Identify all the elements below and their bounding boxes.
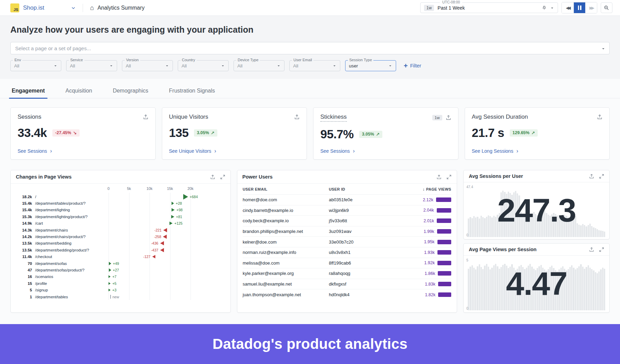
expand-icon[interactable]: [446, 174, 452, 180]
export-icon[interactable]: [589, 174, 594, 179]
kpi-link-label: See Sessions: [320, 148, 350, 154]
pv-path: /profile: [35, 281, 47, 286]
page-search-input[interactable]: [10, 42, 610, 54]
column-header-user-id[interactable]: USER ID: [329, 187, 396, 191]
pv-path: /cart: [35, 221, 43, 225]
pu-views: 1.83k: [425, 282, 435, 287]
power-user-row[interactable]: samuel.liu@example.net dkflxgxsf 1.83k: [243, 279, 452, 290]
page-views-row[interactable]: 15 /profile +5: [16, 280, 226, 287]
pv-delta-marker: -437: [151, 248, 164, 252]
filter-session-type[interactable]: Session Type user: [345, 60, 396, 71]
page-views-row[interactable]: 1 /department/tables new: [16, 293, 226, 300]
pu-email: homer@doe.com: [243, 197, 329, 202]
page-views-row[interactable]: 15.4k /department/tables/product/? +28: [16, 200, 226, 206]
pu-email: samuel.liu@example.net: [243, 281, 329, 287]
column-header-user-email[interactable]: USER EMAIL: [243, 187, 329, 191]
page-views-row[interactable]: 11.4k /checkout -127: [16, 254, 226, 260]
page-views-row[interactable]: 5 /signup +3: [16, 287, 226, 293]
export-icon[interactable]: [210, 174, 215, 180]
export-icon[interactable]: [446, 115, 451, 120]
page-views-row[interactable]: 13.5k /department/bedding/product/? -437: [16, 247, 226, 253]
column-header-page-views[interactable]: ↓ PAGE VIEWS: [396, 187, 451, 192]
pu-views-bar: [437, 240, 451, 244]
page-views-row[interactable]: 16 /scenarios +7: [16, 274, 226, 280]
time-range-chevron-down-icon[interactable]: [550, 6, 554, 10]
delta-label: +49: [113, 261, 119, 266]
filter-device-type[interactable]: Device Type All: [234, 60, 285, 71]
search-chevron-down-icon[interactable]: [601, 46, 606, 51]
filter-country[interactable]: Country All: [178, 60, 229, 71]
fast-forward-button[interactable]: ▶▶: [585, 2, 597, 13]
chevron-down-icon: [277, 64, 281, 68]
expand-icon[interactable]: [599, 247, 604, 252]
export-icon[interactable]: [143, 114, 148, 120]
pause-button[interactable]: [574, 2, 585, 13]
filter-label: Country: [180, 58, 197, 62]
delta-label: +28: [176, 201, 182, 205]
delta-label: new: [113, 295, 119, 299]
filter-service[interactable]: Service All: [66, 60, 117, 71]
export-icon[interactable]: [597, 114, 602, 120]
kpi-link[interactable]: See Unique Visitors ›: [169, 148, 300, 154]
expand-icon[interactable]: [220, 174, 225, 180]
export-icon[interactable]: [436, 174, 442, 180]
delta-arrow-icon: [169, 222, 173, 225]
power-user-row[interactable]: kelner@doe.com 33e00b7c20 1.95k: [243, 237, 452, 247]
power-user-row[interactable]: juan.thompson@example.net hd0nqldk4 1.82…: [243, 289, 452, 300]
filter-user-email[interactable]: User Email All: [289, 60, 340, 71]
filter-env[interactable]: Env All: [10, 60, 61, 71]
pv-path: /department/lighting/product/?: [35, 215, 87, 219]
kpi-delta-badge: 129.65% ↗: [510, 129, 538, 137]
delta-label: -221: [154, 228, 162, 232]
power-user-row[interactable]: melissa@doe.com 8ff199cab6 1.92k: [243, 258, 452, 269]
rewind-button[interactable]: ◀◀: [562, 2, 574, 13]
filter-label: Service: [69, 58, 84, 62]
pv-delta-marker: +98: [172, 208, 183, 212]
kpi-link[interactable]: See Sessions ›: [18, 148, 148, 154]
power-user-row[interactable]: cody.beck@example.io j5v33o6tt 2.01k: [243, 216, 452, 226]
page-views-row[interactable]: 14.2k /department/chairs/product/? -258: [16, 233, 226, 240]
tab-demographics[interactable]: Demographics: [112, 84, 149, 98]
page-views-row[interactable]: 13.5k /department/bedding -436: [16, 240, 226, 247]
add-filter-button[interactable]: + Filter: [404, 62, 421, 69]
page-views-row[interactable]: 14.9k /cart +125: [16, 220, 226, 227]
power-user-row[interactable]: norman.ruiz@example.info u8v3v8xh1 1.93k: [243, 247, 452, 258]
section-heading: Analyze how your users are engaging with…: [10, 25, 610, 35]
chevron-down-icon: [221, 64, 225, 68]
page-views-row[interactable]: 70 /department/sofas +49: [16, 260, 226, 267]
power-user-row[interactable]: homer@doe.com ab0351fe0e 2.12k: [243, 195, 452, 205]
delta-label: +125: [174, 221, 183, 225]
zoom-out-button[interactable]: [601, 2, 612, 13]
delta-arrow-icon: [109, 268, 111, 272]
page-views-row[interactable]: 14.3k /department/chairs -221: [16, 227, 226, 233]
tab-engagement[interactable]: Engagement: [11, 84, 45, 98]
service-name[interactable]: Shop.ist: [23, 4, 44, 11]
kpi-value: 95.7%: [320, 127, 354, 141]
expand-icon[interactable]: [599, 174, 604, 179]
export-icon[interactable]: [294, 114, 300, 120]
delta-label: +27: [113, 268, 119, 272]
page-views-row[interactable]: 15.3k /department/lighting/product/? +81: [16, 213, 226, 220]
pv-count: 5: [16, 288, 32, 292]
tab-acquisition[interactable]: Acquisition: [65, 84, 93, 98]
export-icon[interactable]: [589, 247, 594, 252]
page-views-row[interactable]: 18.2k / +684: [16, 193, 226, 200]
kpi-link-label: See Unique Visitors: [169, 148, 211, 154]
pin-icon[interactable]: [542, 6, 547, 10]
service-chevron-down-icon[interactable]: [71, 6, 76, 10]
tab-frustration-signals[interactable]: Frustration Signals: [168, 84, 216, 98]
kpi-delta-value: 3.05%: [362, 132, 374, 137]
power-user-row[interactable]: cindy.barrett@example.io wi3jpn6k9 2.04k: [243, 205, 452, 216]
page-views-row[interactable]: 47 /department/sofas/product/? +27: [16, 267, 226, 273]
delta-label: -436: [151, 241, 158, 245]
page-views-row[interactable]: 15.4k /department/lighting +98: [16, 207, 226, 213]
kpi-link[interactable]: See Sessions ›: [320, 148, 451, 154]
kpi-link[interactable]: See Long Sessions ›: [472, 148, 603, 154]
power-user-row[interactable]: kyle.parker@example.org ra8ahqoqg 1.86k: [243, 268, 452, 279]
pu-email: norman.ruiz@example.info: [243, 250, 329, 255]
filter-version[interactable]: Version All: [122, 60, 173, 71]
power-user-row[interactable]: brandon.phillips@example.net 3uz091wav 1…: [243, 226, 452, 237]
pu-id: u8v3v8xh1: [329, 250, 396, 255]
time-range-selector[interactable]: UTC-08:00 1w Past 1 Week: [420, 2, 558, 13]
pu-id: 8ff199cab6: [329, 260, 396, 266]
